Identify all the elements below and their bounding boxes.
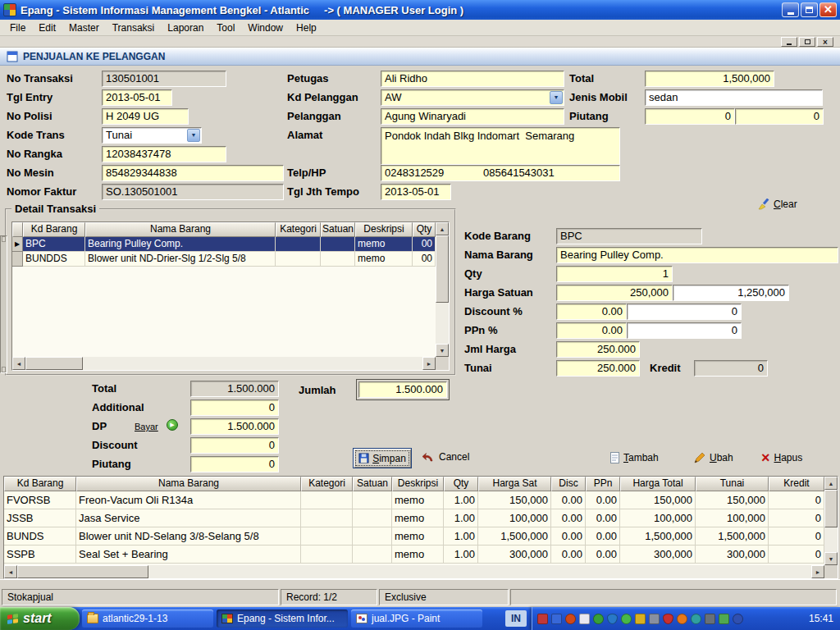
tambah-button[interactable]: Tambah <box>610 452 659 463</box>
tunai-field[interactable]: 250.000 <box>556 360 640 377</box>
column-header[interactable]: Deskripsi <box>392 477 444 491</box>
scrollbar-thumb[interactable] <box>17 565 148 578</box>
ubah-button[interactable]: Ubah <box>694 452 733 463</box>
tray-shield-icon[interactable] <box>607 614 618 624</box>
pelanggan-field[interactable]: Agung Winaryadi <box>381 108 564 125</box>
nomor-faktur-field[interactable]: SO.130501001 <box>102 184 284 200</box>
column-header[interactable]: Kd Barang <box>4 477 76 491</box>
column-header[interactable]: Disc <box>551 477 586 491</box>
totals-total-field[interactable]: 1.500.000 <box>190 381 279 397</box>
harga-satuan-field[interactable]: 250,000 <box>556 285 673 301</box>
discount-pct-field[interactable]: 0.00 <box>556 304 627 320</box>
items-grid[interactable]: Kd BarangNama BarangKategoriSatuanDeskri… <box>3 476 838 579</box>
column-header[interactable]: Kd Barang <box>23 222 85 237</box>
no-polisi-field[interactable]: H 2049 UG <box>102 108 189 125</box>
clear-button[interactable]: Clear <box>758 199 797 210</box>
petugas-field[interactable]: Ali Ridho <box>381 71 564 87</box>
taskbar-button[interactable]: atlantic29-1-13 <box>82 609 213 628</box>
tray-messenger-icon[interactable] <box>621 614 632 624</box>
left-scrollbar[interactable] <box>0 235 7 373</box>
tray-usb-icon[interactable] <box>649 614 660 624</box>
detail-grid-vscrollbar[interactable]: ▲ ▼ <box>436 222 449 357</box>
tray-sync-icon[interactable] <box>691 614 701 624</box>
scrollbar-thumb[interactable] <box>436 235 449 303</box>
jumlah-field[interactable]: 1.500.000 <box>358 381 447 398</box>
menu-item-help[interactable]: Help <box>290 21 323 35</box>
jml-harga-field[interactable]: 250.000 <box>556 341 640 358</box>
tgl-jth-tempo-field[interactable]: 2013-05-01 <box>381 184 451 200</box>
menu-item-edit[interactable]: Edit <box>32 21 62 35</box>
scroll-right-button[interactable]: ► <box>422 357 436 370</box>
table-row[interactable]: BUNDSBlower unit ND-Selang 3/8-Selang 5/… <box>4 527 824 546</box>
table-row[interactable]: ▶BPCBearing Pulley Comp.memo00 <box>12 237 436 252</box>
scrollbar-thumb[interactable] <box>824 490 838 527</box>
totals-discount-field[interactable]: 0 <box>190 437 279 454</box>
no-transaksi-field[interactable]: 130501001 <box>102 71 226 87</box>
child-minimize-button[interactable] <box>781 37 797 47</box>
items-grid-vscrollbar[interactable]: ▲ ▼ <box>824 477 838 565</box>
column-header[interactable]: Harga Sat <box>478 477 551 491</box>
tray-firewall-icon[interactable] <box>663 614 673 624</box>
telp-field[interactable]: 0248312529 085641543031 <box>381 165 620 181</box>
tray-battery-icon[interactable] <box>635 614 646 624</box>
column-header[interactable]: Satuan <box>321 222 355 237</box>
tray-network-icon[interactable] <box>551 614 562 624</box>
simpan-button[interactable]: Simpan <box>353 448 412 468</box>
scroll-right-button[interactable]: ► <box>811 565 824 578</box>
column-header[interactable]: Kategori <box>301 477 353 491</box>
items-grid-hscrollbar[interactable]: ◄ ► <box>4 565 824 578</box>
column-header[interactable]: Kategori <box>276 222 321 237</box>
scroll-left-button[interactable]: ◄ <box>12 357 25 370</box>
tray-update-icon[interactable] <box>593 614 604 624</box>
tray-antivirus-icon[interactable] <box>565 614 576 624</box>
maximize-button[interactable] <box>801 2 818 17</box>
column-header[interactable]: Qty <box>444 477 478 491</box>
scrollbar-thumb[interactable] <box>25 357 83 370</box>
totals-piutang-field[interactable]: 0 <box>190 456 279 472</box>
menu-item-laporan[interactable]: Laporan <box>161 21 210 35</box>
column-header[interactable]: Harga Total <box>620 477 696 491</box>
additional-field[interactable]: 0 <box>190 399 279 416</box>
ppn-pct-field[interactable]: 0.00 <box>556 322 627 339</box>
no-mesin-field[interactable]: 854829344838 <box>102 165 284 181</box>
taskbar-button[interactable]: Epang - Sistem Infor... <box>217 609 348 628</box>
no-rangka-field[interactable]: 12038437478 <box>102 146 226 162</box>
piutang-field-1[interactable]: 0 <box>645 108 735 125</box>
piutang-field-2[interactable]: 0 <box>735 108 824 125</box>
kd-pelanggan-select[interactable]: AW ▼ <box>381 89 564 106</box>
tgl-entry-field[interactable]: 2013-05-01 <box>102 89 172 106</box>
language-indicator[interactable]: IN <box>505 610 527 627</box>
harga-satuan-total-field[interactable]: 1,250,000 <box>673 285 789 301</box>
minimize-button[interactable] <box>782 2 799 17</box>
bayar-link[interactable]: Bayar <box>135 422 158 431</box>
close-button[interactable]: ✕ <box>819 2 837 17</box>
scroll-down-button[interactable]: ▼ <box>824 552 838 565</box>
chevron-down-icon[interactable]: ▼ <box>187 129 200 142</box>
column-header[interactable]: PPn <box>586 477 620 491</box>
menu-item-window[interactable]: Window <box>241 21 290 35</box>
scroll-down-button[interactable]: ▼ <box>436 344 449 357</box>
column-header[interactable]: Qty <box>413 222 436 237</box>
scroll-up-button[interactable] <box>2 236 6 242</box>
scroll-up-button[interactable]: ▲ <box>824 477 838 490</box>
column-header[interactable]: Kredit <box>769 477 824 491</box>
chevron-down-icon[interactable]: ▼ <box>550 91 563 104</box>
dp-field[interactable]: 1.500.000 <box>190 418 279 435</box>
tray-graphics-icon[interactable] <box>677 614 687 624</box>
hapus-button[interactable]: × Hapus <box>761 452 802 463</box>
detail-grid[interactable]: Kd BarangNama BarangKategoriSatuanDeskri… <box>11 221 450 371</box>
scroll-down-button[interactable] <box>2 367 6 372</box>
tray-volume-icon[interactable] <box>579 614 590 624</box>
scroll-up-button[interactable]: ▲ <box>436 222 449 235</box>
tray-printer-icon[interactable] <box>705 614 715 624</box>
child-close-button[interactable]: × <box>817 37 833 47</box>
jenis-mobil-field[interactable]: sedan <box>645 89 823 106</box>
cancel-button[interactable]: Cancel <box>422 451 469 463</box>
column-header[interactable]: Nama Barang <box>85 222 276 237</box>
column-header[interactable]: Nama Barang <box>76 477 301 491</box>
qty-field[interactable]: 1 <box>556 266 673 282</box>
tray-clock-icon[interactable] <box>733 614 743 624</box>
discount-value-field[interactable]: 0 <box>627 304 742 320</box>
column-header[interactable]: Satuan <box>353 477 392 491</box>
table-row[interactable]: SSPBSeal Set + Bearingmemo1.00300,0000.0… <box>4 546 824 564</box>
